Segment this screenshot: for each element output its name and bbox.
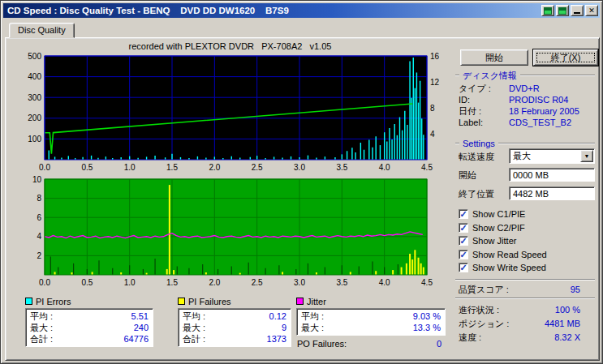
- minimize-icon: [574, 7, 580, 14]
- checkbox-box[interactable]: ✓: [459, 223, 468, 233]
- end-position-input[interactable]: 4482 MB: [509, 186, 595, 200]
- exit-button[interactable]: 終了(X): [533, 49, 598, 66]
- checkbox-show-c2-pif[interactable]: ✓ Show C2/PIF: [459, 222, 525, 233]
- checkbox-label: Show Jitter: [472, 236, 516, 246]
- stat-value: 240: [134, 322, 149, 333]
- quality-score-value: 95: [571, 284, 580, 295]
- checkbox-show-write-speed[interactable]: ✓ Show Write Speed: [459, 262, 546, 273]
- svg-text:2.0: 2.0: [209, 278, 220, 287]
- close-button[interactable]: ✕: [585, 5, 598, 16]
- stat-label: 合計 :: [183, 333, 205, 345]
- start-position-input[interactable]: 0000 MB: [509, 168, 595, 182]
- stat-value: 13.3 %: [413, 322, 441, 333]
- checkbox-box[interactable]: ✓: [459, 263, 468, 272]
- disc-label-value: CDS_TEST_B2: [509, 117, 571, 128]
- pi-failures-swatch: [178, 298, 185, 305]
- svg-text:3.0: 3.0: [294, 278, 305, 287]
- svg-text:8: 8: [430, 104, 435, 113]
- transfer-speed-label: 転送速度: [459, 151, 494, 162]
- svg-text:2.0: 2.0: [209, 163, 220, 172]
- quality-score-label: 品質スコア :: [459, 284, 509, 295]
- pi-errors-chart: 0.00.51.01.52.02.53.03.54.04.51002003004…: [9, 51, 451, 174]
- svg-text:10: 10: [32, 176, 42, 184]
- speed-value: 8.32 X: [554, 332, 580, 343]
- combo-dropdown-button[interactable]: ▼: [580, 150, 593, 162]
- position-row: ポジション : 4481 MB: [459, 318, 592, 329]
- checkbox-label: Show C1/PIE: [472, 209, 525, 219]
- exit-button-label: 終了(X): [551, 52, 581, 64]
- mini-chart-icon: [544, 7, 552, 15]
- checkbox-box[interactable]: ✓: [459, 209, 468, 219]
- disc-info-title: ディスク情報: [463, 70, 517, 82]
- stat-value: 9.03 %: [413, 310, 441, 322]
- pi-errors-stats-box: 平均 :5.51 最大 :240 合計 :64776: [25, 308, 153, 347]
- pi-failures-legend-label: PI Failures: [188, 297, 231, 306]
- chevron-down-icon: ▼: [584, 153, 590, 159]
- stat-value: 64776: [123, 333, 149, 345]
- checkbox-label: Show Read Speed: [472, 250, 547, 259]
- check-icon: ✓: [459, 210, 467, 218]
- mini-chart-icon: [558, 7, 566, 15]
- checkbox-show-c1-pie[interactable]: ✓ Show C1/PIE: [459, 208, 525, 220]
- svg-text:0.5: 0.5: [81, 163, 93, 172]
- disc-type-row: タイプ : DVD+R: [459, 83, 592, 94]
- svg-text:4.0: 4.0: [379, 278, 390, 287]
- pi-errors-swatch: [25, 298, 32, 305]
- svg-text:0.0: 0.0: [39, 278, 50, 287]
- svg-text:8: 8: [37, 194, 41, 203]
- sidebar: 開始 終了(X) ディスク情報 タイプ : DVD+R ID: PRODISC …: [452, 38, 598, 360]
- speed-label: 速度 :: [459, 332, 481, 343]
- svg-text:4.5: 4.5: [421, 163, 433, 172]
- disc-label-label: Label:: [459, 117, 483, 128]
- svg-text:1.0: 1.0: [124, 163, 136, 172]
- checkbox-box[interactable]: ✓: [459, 250, 468, 259]
- titlebar-chart-icon-1[interactable]: [541, 5, 554, 16]
- jitter-legend-label: Jitter: [307, 297, 326, 306]
- svg-text:4: 4: [430, 130, 435, 139]
- checkbox-show-read-speed[interactable]: ✓ Show Read Speed: [459, 249, 547, 260]
- transfer-speed-select[interactable]: 最大 ▼: [509, 148, 595, 164]
- minimize-button[interactable]: [571, 5, 584, 16]
- svg-text:4: 4: [37, 232, 41, 241]
- close-icon: ✕: [588, 7, 595, 15]
- settings-title: Settings: [463, 139, 495, 148]
- window-title: CD Speed : Disc Quality Test - BENQ DVD …: [7, 6, 540, 15]
- disc-date-row: 日付 : 18 February 2005: [459, 105, 592, 117]
- svg-text:16: 16: [430, 52, 440, 61]
- end-position-value: 4482 MB: [513, 189, 549, 199]
- divider: [455, 279, 595, 280]
- svg-text:400: 400: [28, 72, 41, 81]
- divider: [455, 298, 595, 299]
- check-icon: ✓: [459, 251, 467, 259]
- po-failures-row: PO Failures: 0: [296, 339, 446, 349]
- stat-label: 最大 :: [183, 322, 205, 333]
- check-icon: ✓: [459, 224, 467, 232]
- svg-text:3.0: 3.0: [294, 163, 305, 172]
- progress-value: 100 %: [555, 304, 580, 315]
- checkbox-box[interactable]: ✓: [459, 236, 468, 246]
- check-icon: ✓: [459, 263, 467, 272]
- svg-text:100: 100: [28, 135, 41, 143]
- pi-failures-legend: PI Failures 平均 :0.12 最大 :9 合計 :1373: [178, 296, 291, 347]
- svg-text:500: 500: [28, 52, 41, 61]
- tab-page: recorded with PLEXTOR DVDR PX-708A2 v1.0…: [5, 37, 600, 361]
- position-label: ポジション :: [459, 318, 509, 329]
- svg-text:3.5: 3.5: [336, 163, 347, 172]
- tab-disc-quality[interactable]: Disc Quality: [9, 23, 75, 38]
- app-window: CD Speed : Disc Quality Test - BENQ DVD …: [0, 0, 603, 364]
- stat-value: 9: [282, 322, 286, 333]
- tab-label: Disc Quality: [18, 25, 66, 35]
- start-button[interactable]: 開始: [460, 49, 528, 66]
- checkbox-show-jitter[interactable]: ✓ Show Jitter: [459, 235, 516, 246]
- titlebar-chart-icon-2[interactable]: [556, 5, 569, 16]
- stat-value: 5.51: [131, 310, 149, 322]
- stat-label: 平均 :: [30, 310, 53, 322]
- stat-value: 0.12: [269, 310, 286, 322]
- check-icon: ✓: [459, 237, 467, 245]
- checkbox-label: Show C2/PIF: [472, 223, 525, 233]
- titlebar[interactable]: CD Speed : Disc Quality Test - BENQ DVD …: [3, 3, 600, 18]
- svg-text:1.0: 1.0: [124, 278, 136, 287]
- stat-label: 最大 :: [30, 322, 53, 333]
- svg-text:200: 200: [28, 113, 41, 122]
- po-failures-label: PO Failures:: [297, 339, 347, 349]
